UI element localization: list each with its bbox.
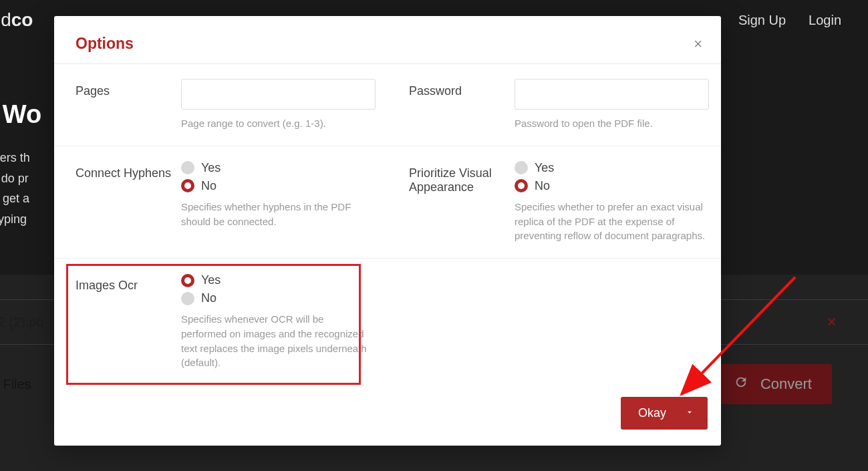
modal-body: Pages Page range to convert (e.g. 1-3). … xyxy=(54,64,721,385)
radio-icon xyxy=(515,179,528,192)
hero-text: t offers th We do pr you get a re-typing xyxy=(0,148,41,229)
hero-line: you get a xyxy=(0,188,41,209)
hero-line: re-typing xyxy=(0,209,41,230)
app-logo: oudco xyxy=(0,9,33,31)
hero-line: t offers th xyxy=(0,148,41,168)
prioritize-visual-radio-group: Yes No xyxy=(515,161,709,193)
radio-icon xyxy=(181,161,194,174)
modal-header: Options × xyxy=(54,16,721,64)
radio-icon xyxy=(181,179,194,192)
options-row-radios-1: Connect Hyphens Yes No Specifies whether… xyxy=(54,146,721,259)
connect-hyphens-yes[interactable]: Yes xyxy=(181,161,376,175)
radio-icon xyxy=(515,161,528,174)
modal-title: Options xyxy=(76,35,134,53)
prioritize-visual-hint: Specifies whether to prefer an exact vis… xyxy=(515,200,709,243)
radio-label: No xyxy=(535,179,550,193)
options-modal: Options × Pages Page range to convert (e… xyxy=(54,16,721,446)
option-pages: Pages Page range to convert (e.g. 1-3). xyxy=(54,64,388,146)
radio-icon xyxy=(181,274,194,287)
images-ocr-label: Images Ocr xyxy=(76,273,176,370)
pages-input[interactable] xyxy=(181,79,376,110)
password-label: Password xyxy=(409,79,509,131)
connect-hyphens-radio-group: Yes No xyxy=(181,161,376,193)
images-ocr-hint: Specifies whenever OCR will be performed… xyxy=(181,312,368,370)
options-row-radios-2: Images Ocr Yes No Specifies whenever OCR… xyxy=(54,259,721,385)
password-hint: Password to open the PDF file. xyxy=(515,116,709,131)
options-row-inputs: Pages Page range to convert (e.g. 1-3). … xyxy=(54,64,721,146)
radio-icon xyxy=(181,292,194,305)
radio-label: No xyxy=(201,179,216,193)
prioritize-visual-no[interactable]: No xyxy=(515,179,709,193)
signup-link[interactable]: Sign Up xyxy=(738,13,786,28)
okay-button[interactable]: Okay xyxy=(621,397,708,430)
radio-label: Yes xyxy=(201,273,221,287)
prioritize-visual-label: Prioritize Visual Appearance xyxy=(409,161,509,243)
okay-label: Okay xyxy=(638,406,666,420)
hero-line: We do pr xyxy=(0,168,41,189)
option-connect-hyphens: Connect Hyphens Yes No Specifies whether… xyxy=(54,146,388,258)
prioritize-visual-yes[interactable]: Yes xyxy=(515,161,709,175)
pages-label: Pages xyxy=(76,79,176,131)
modal-close-button[interactable]: × xyxy=(694,37,702,51)
option-password: Password Password to open the PDF file. xyxy=(388,64,721,146)
option-images-ocr: Images Ocr Yes No Specifies whenever OCR… xyxy=(54,259,395,385)
radio-label: No xyxy=(201,291,216,305)
pages-hint: Page range to convert (e.g. 1-3). xyxy=(181,116,376,131)
hero-title: o Wo xyxy=(0,100,41,129)
images-ocr-radio-group: Yes No xyxy=(181,273,368,305)
connect-hyphens-label: Connect Hyphens xyxy=(76,161,176,243)
radio-label: Yes xyxy=(535,161,554,175)
option-prioritize-visual: Prioritize Visual Appearance Yes No Spec… xyxy=(388,146,721,258)
option-empty-cell xyxy=(395,259,721,385)
connect-hyphens-hint: Specifies whether hyphens in the PDF sho… xyxy=(181,200,376,229)
images-ocr-yes[interactable]: Yes xyxy=(181,273,368,287)
logo-text-part2: co xyxy=(11,9,33,30)
login-link[interactable]: Login xyxy=(809,13,841,28)
chevron-down-icon xyxy=(685,406,694,420)
images-ocr-no[interactable]: No xyxy=(181,291,368,305)
header-nav: Sign Up Login xyxy=(738,13,841,28)
radio-label: Yes xyxy=(201,161,221,175)
logo-text-part1: oud xyxy=(0,9,11,30)
modal-footer: Okay xyxy=(54,385,721,446)
connect-hyphens-no[interactable]: No xyxy=(181,179,376,193)
hero-section: o Wo t offers th We do pr you get a re-t… xyxy=(0,100,41,229)
password-input[interactable] xyxy=(515,79,709,110)
